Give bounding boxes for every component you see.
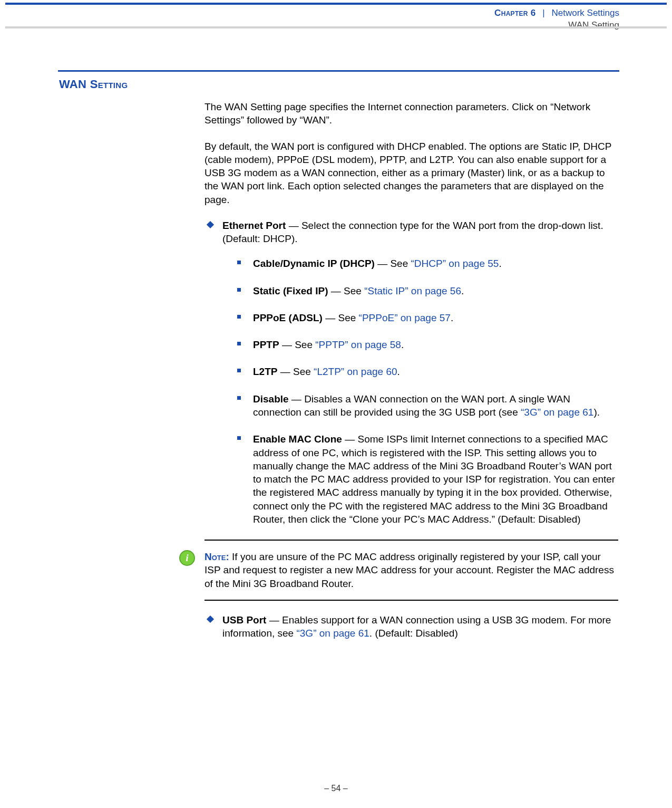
item-pppoe-pre: — See xyxy=(323,312,359,323)
note-block: i Note: If you are unsure of the PC MAC … xyxy=(204,540,618,601)
link-pppoe[interactable]: “PPPoE” on page 57 xyxy=(359,312,451,323)
item-static-label: Static (Fixed IP) xyxy=(253,285,328,296)
section-heading-text-1: WAN S xyxy=(59,78,98,91)
section-heading: WAN Setting xyxy=(59,78,128,91)
item-pppoe-post: . xyxy=(451,312,453,323)
ethernet-port-item: Ethernet Port — Select the connection ty… xyxy=(204,219,618,526)
item-pppoe-label: PPPoE (ADSL) xyxy=(253,312,323,323)
link-l2tp[interactable]: “L2TP” on page 60 xyxy=(314,366,397,377)
item-disable-post: ). xyxy=(593,407,600,418)
item-disable: Disable — Disables a WAN connection on t… xyxy=(237,392,618,419)
item-dhcp-pre: — See xyxy=(375,258,411,269)
section-heading-text-2: etting xyxy=(98,78,128,91)
section-rule xyxy=(58,70,619,72)
item-l2tp-label: L2TP xyxy=(253,366,277,377)
link-pptp[interactable]: “PPTP” on page 58 xyxy=(315,339,401,350)
note-label: Note: xyxy=(204,551,229,562)
page-footer: – 54 – xyxy=(0,784,672,793)
item-mac-clone: Enable MAC Clone — Some ISPs limit Inter… xyxy=(237,432,618,526)
item-disable-label: Disable xyxy=(253,393,289,405)
item-dhcp-label: Cable/Dynamic IP (DHCP) xyxy=(253,258,375,269)
intro-paragraph-1: The WAN Setting page specifies the Inter… xyxy=(204,100,618,127)
usb-port-label: USB Port xyxy=(222,614,266,626)
item-static-post: . xyxy=(461,285,464,296)
top-rule xyxy=(5,3,667,5)
item-l2tp: L2TP — See “L2TP” on page 60. xyxy=(237,365,618,378)
link-dhcp[interactable]: “DHCP” on page 55 xyxy=(411,258,499,269)
link-3g-1[interactable]: “3G” on page 61 xyxy=(521,407,593,418)
item-dhcp-post: . xyxy=(499,258,501,269)
ethernet-port-label: Ethernet Port xyxy=(222,220,286,231)
usb-port-post: . (Default: Disabled) xyxy=(369,628,458,639)
item-static: Static (Fixed IP) — See “Static IP” on p… xyxy=(237,284,618,297)
info-icon-glyph: i xyxy=(186,553,188,563)
item-pptp: PPTP — See “PPTP” on page 58. xyxy=(237,338,618,351)
chapter-separator: | xyxy=(542,8,544,18)
page: Chapter 6 | Network Settings WAN Setting… xyxy=(0,0,672,808)
chapter-line: Chapter 6 | Network Settings xyxy=(494,7,619,18)
note-text: If you are unsure of the PC MAC address … xyxy=(204,551,614,589)
item-static-pre: — See xyxy=(328,285,365,296)
item-pptp-post: . xyxy=(401,339,404,350)
item-mac-clone-text: — Some ISPs limit Internet connections t… xyxy=(253,434,615,525)
intro-paragraph-2: By default, the WAN port is configured w… xyxy=(204,140,618,206)
chapter-subsection: WAN Setting xyxy=(494,20,619,31)
item-mac-clone-label: Enable MAC Clone xyxy=(253,434,342,445)
item-pppoe: PPPoE (ADSL) — See “PPPoE” on page 57. xyxy=(237,311,618,324)
info-icon: i xyxy=(179,550,195,566)
usb-port-item: USB Port — Enables support for a WAN con… xyxy=(204,613,618,640)
link-static[interactable]: “Static IP” on page 56 xyxy=(364,285,461,296)
chapter-label: Chapter 6 xyxy=(494,8,536,18)
sub-bullet-list: Cable/Dynamic IP (DHCP) — See “DHCP” on … xyxy=(237,257,618,526)
body-column: The WAN Setting page specifies the Inter… xyxy=(204,100,618,652)
item-dhcp: Cable/Dynamic IP (DHCP) — See “DHCP” on … xyxy=(237,257,618,270)
usb-bullet-list: USB Port — Enables support for a WAN con… xyxy=(204,613,618,640)
chapter-section: Network Settings xyxy=(552,8,620,18)
item-pptp-pre: — See xyxy=(279,339,316,350)
top-bullet-list: Ethernet Port — Select the connection ty… xyxy=(204,219,618,526)
item-l2tp-post: . xyxy=(397,366,400,377)
link-3g-2[interactable]: “3G” on page 61 xyxy=(296,628,369,639)
item-pptp-label: PPTP xyxy=(253,339,279,350)
grey-rule xyxy=(5,26,667,28)
item-l2tp-pre: — See xyxy=(277,366,314,377)
